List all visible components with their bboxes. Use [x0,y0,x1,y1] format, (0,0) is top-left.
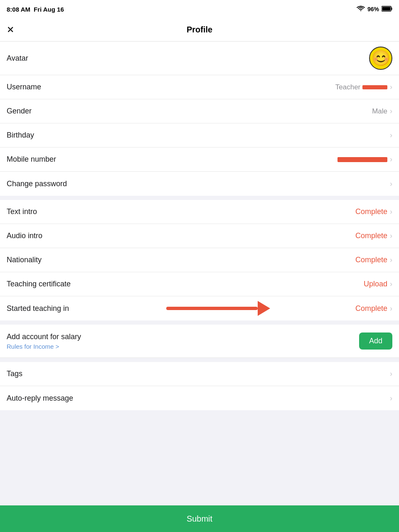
audio-intro-row[interactable]: Audio intro Complete › [0,224,399,248]
rules-for-income-link[interactable]: Rules for Income > [7,343,81,350]
gender-value: Male [372,107,387,116]
text-intro-status: Complete [355,207,387,216]
gender-label: Gender [7,107,32,116]
section-basic-info: Avatar 😊 Username Teacher › Gender Male … [0,42,399,196]
battery-icon [382,6,392,13]
section-divider-3 [0,358,399,362]
avatar-label: Avatar [7,54,28,63]
nationality-row[interactable]: Nationality Complete › [0,248,399,272]
username-row[interactable]: Username Teacher › [0,75,399,99]
nav-bar: ✕ Profile [0,18,399,42]
chevron-icon: › [390,280,392,288]
submit-label: Submit [187,514,212,524]
nationality-label: Nationality [7,256,42,264]
chevron-icon: › [390,207,392,216]
text-intro-row[interactable]: Text intro Complete › [0,200,399,224]
tags-label: Tags [7,369,22,378]
nationality-status: Complete [355,256,387,264]
audio-intro-label: Audio intro [7,232,42,240]
close-button[interactable]: ✕ [7,25,14,34]
add-salary-button[interactable]: Add [359,332,392,350]
salary-title: Add account for salary [7,332,81,341]
chevron-icon: › [390,394,392,403]
chevron-icon: › [390,131,392,140]
change-password-row[interactable]: Change password › [0,172,399,196]
svg-rect-1 [392,7,392,10]
started-teaching-row[interactable]: Started teaching in Complete › [0,296,399,320]
mobile-label: Mobile number [7,155,56,164]
teaching-cert-label: Teaching certificate [7,280,71,288]
chevron-icon: › [390,304,392,313]
section-extra: Tags › Auto-reply message › [0,362,399,410]
chevron-icon: › [390,107,392,116]
avatar: 😊 [369,47,392,70]
teaching-cert-status: Upload [364,280,387,288]
battery-percentage: 96% [367,6,379,12]
status-bar: 8:08 AM Fri Aug 16 96% [0,0,399,18]
chevron-icon: › [390,83,392,91]
mobile-row[interactable]: Mobile number › [0,148,399,172]
username-value: Teacher [335,83,387,91]
section-divider-1 [0,196,399,200]
birthday-label: Birthday [7,131,34,140]
submit-bar[interactable]: Submit [0,505,399,532]
section-teaching-info: Text intro Complete › Audio intro Comple… [0,200,399,320]
started-teaching-status: Complete [355,304,387,313]
avatar-row[interactable]: Avatar 😊 [0,42,399,75]
tags-row[interactable]: Tags › [0,362,399,386]
chevron-icon: › [390,256,392,264]
change-password-label: Change password [7,180,67,188]
wifi-icon [357,6,365,13]
audio-intro-status: Complete [355,232,387,240]
chevron-icon: › [390,155,392,164]
status-date: Fri Aug 16 [34,6,64,13]
section-divider-2 [0,320,399,325]
page-title: Profile [187,25,212,34]
started-teaching-label: Started teaching in [7,304,69,313]
chevron-icon: › [390,369,392,378]
arrow-annotation [166,301,270,316]
salary-row: Add account for salary Rules for Income … [0,325,399,358]
salary-section: Add account for salary Rules for Income … [0,325,399,358]
username-label: Username [7,83,41,91]
status-time: 8:08 AM [7,6,30,13]
chevron-icon: › [390,232,392,240]
auto-reply-row[interactable]: Auto-reply message › [0,386,399,410]
teaching-cert-row[interactable]: Teaching certificate Upload › [0,272,399,296]
gender-row[interactable]: Gender Male › [0,99,399,123]
chevron-icon: › [390,180,392,188]
text-intro-label: Text intro [7,207,37,216]
auto-reply-label: Auto-reply message [7,394,73,403]
birthday-row[interactable]: Birthday › [0,123,399,148]
mobile-redacted [337,157,387,162]
svg-rect-2 [382,7,391,10]
